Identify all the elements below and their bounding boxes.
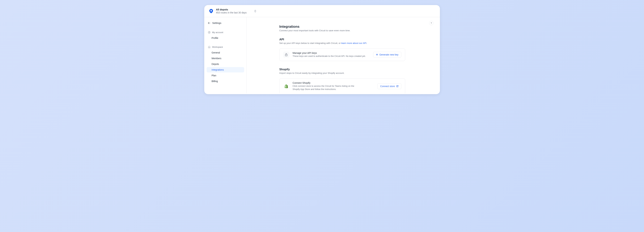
shopify-description: Import stops to Circuit easily by integr…: [280, 72, 405, 74]
sidebar: Settings My account Profile Works: [204, 17, 247, 93]
sidebar-item-members[interactable]: Members: [206, 56, 244, 61]
section-header-account: My account: [206, 30, 244, 35]
depot-subtitle: 453 routes in the last 30 days: [216, 11, 247, 14]
app-window: All depots 453 routes in the last 30 day…: [204, 5, 440, 94]
api-keys-card: Manage your API keys These keys are used…: [280, 48, 405, 61]
help-button[interactable]: ?: [429, 21, 434, 25]
sidebar-item-billing[interactable]: Billing: [206, 78, 244, 84]
building-icon: [208, 46, 210, 48]
api-desc-prefix: Set up your API keys below to start inte…: [280, 42, 341, 44]
sidebar-item-general[interactable]: General: [206, 50, 244, 55]
external-link-icon: [396, 85, 398, 87]
api-heading: API: [280, 38, 405, 41]
page-subtitle: Connect your most important tools with C…: [280, 29, 405, 32]
page-title: Integrations: [280, 25, 405, 29]
shopify-card-desc: Click connect store to access the Circui…: [293, 85, 356, 91]
sidebar-item-profile[interactable]: Profile: [206, 35, 244, 41]
depot-selector[interactable]: All depots 453 routes in the last 30 day…: [216, 8, 247, 14]
shopify-card-title: Connect Shopify: [293, 81, 374, 84]
settings-back-label: Settings: [212, 22, 221, 24]
shopify-heading: Shopify: [280, 68, 405, 71]
api-card-content: Manage your API keys These keys are used…: [293, 52, 370, 58]
sidebar-item-plan[interactable]: Plan: [206, 73, 244, 78]
svg-point-0: [210, 10, 212, 12]
sidebar-item-depots[interactable]: Depots: [206, 61, 244, 67]
svg-point-4: [286, 55, 286, 55]
section-label-workspace: Workspace: [212, 46, 223, 48]
user-icon: [208, 31, 210, 34]
shopify-card: Connect Shopify Click connect store to a…: [280, 78, 405, 93]
plus-icon: [376, 54, 378, 56]
generate-key-button[interactable]: Generate new key: [373, 52, 401, 57]
api-card-desc: These keys are used to authenticate to t…: [293, 55, 370, 58]
depot-title: All depots: [216, 8, 247, 11]
sidebar-item-integrations[interactable]: Integrations: [206, 67, 244, 72]
body-area: Settings My account Profile Works: [204, 17, 440, 93]
main-content: ? Integrations Connect your most importa…: [247, 17, 440, 93]
api-desc-suffix: .: [366, 42, 367, 44]
api-description: Set up your API keys below to start inte…: [280, 42, 405, 44]
arrow-left-icon: [208, 22, 210, 24]
generate-key-label: Generate new key: [379, 53, 398, 56]
api-card-title: Manage your API keys: [293, 52, 370, 54]
depot-pin-icon: [209, 9, 213, 13]
help-icon-label: ?: [431, 22, 432, 24]
connect-store-label: Connect store: [380, 85, 395, 88]
shopify-card-content: Connect Shopify Click connect store to a…: [293, 81, 374, 91]
header-bar: All depots 453 routes in the last 30 day…: [204, 5, 440, 17]
nav-section-workspace: Workspace General Members Depots Integra…: [206, 45, 244, 84]
section-header-workspace: Workspace: [206, 45, 244, 49]
api-learn-more-link[interactable]: learn more about our API: [341, 42, 366, 44]
content-wrapper: Integrations Connect your most important…: [280, 25, 405, 93]
svg-point-2: [209, 32, 210, 32]
lock-icon: [283, 52, 289, 58]
nav-section-account: My account Profile: [206, 30, 244, 41]
settings-back-button[interactable]: Settings: [206, 21, 244, 25]
connect-store-button[interactable]: Connect store: [377, 83, 401, 89]
section-label-account: My account: [212, 31, 223, 34]
shopify-icon: [283, 83, 289, 89]
chevron-updown-icon[interactable]: [254, 10, 256, 12]
